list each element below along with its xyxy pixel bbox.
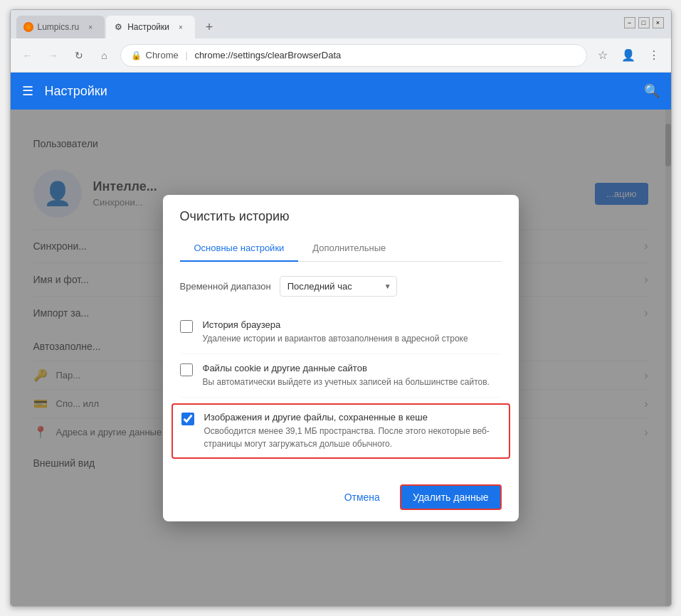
address-brand-text: Chrome (146, 50, 179, 60)
checkbox-cache-label[interactable]: Изображения и другие файлы, сохраненные … (204, 412, 500, 450)
checkbox-cache-input[interactable] (181, 413, 194, 425)
address-input-field[interactable]: 🔒 Chrome | chrome://settings/clearBrowse… (120, 44, 587, 67)
dialog-footer: Отмена Удалить данные (163, 473, 519, 521)
close-button[interactable]: × (653, 17, 664, 28)
minimize-button[interactable]: − (624, 17, 635, 28)
maximize-button[interactable]: □ (638, 17, 650, 28)
tab-settings-close[interactable]: × (175, 21, 186, 33)
lock-icon: 🔒 (131, 51, 142, 60)
profile-button[interactable]: 👤 (618, 46, 638, 65)
main-content: Пользователи 👤 Интелле... Синхрони... ..… (11, 110, 671, 606)
back-button[interactable]: ← (18, 46, 38, 65)
time-range-label: Временной диапазон (180, 281, 271, 292)
clear-history-dialog: Очистить историю Основные настройки Допо… (163, 195, 519, 521)
header-title: Настройки (45, 84, 107, 99)
tab-settings[interactable]: ⚙ Настройки × (106, 16, 195, 38)
tab-advanced-settings[interactable]: Дополнительные (298, 235, 400, 262)
modal-overlay: Очистить историю Основные настройки Допо… (11, 110, 671, 606)
reload-button[interactable]: ↻ (69, 46, 89, 65)
new-tab-button[interactable]: + (199, 17, 219, 37)
checkbox-cookies: Файлы cookie и другие данные сайтов Вы а… (180, 354, 502, 398)
tab-basic-settings[interactable]: Основные настройки (180, 235, 299, 262)
browser-window: Lumpics.ru × ⚙ Настройки × + − □ × ← → ↻… (10, 9, 672, 607)
bookmark-button[interactable]: ☆ (593, 46, 613, 65)
checkbox-browser-history-desc: Удаление истории и вариантов автозаполне… (203, 332, 502, 345)
delete-button[interactable]: Удалить данные (400, 484, 502, 510)
checkbox-browser-history-input[interactable] (180, 320, 193, 333)
address-separator: | (185, 50, 187, 60)
tab-lumpics-close[interactable]: × (85, 21, 96, 33)
window-controls: − □ × (624, 17, 664, 28)
chrome-header: ☰ Настройки 🔍 (11, 73, 671, 110)
hamburger-menu[interactable]: ☰ (22, 83, 33, 99)
address-url-text: chrome://settings/clearBrowserData (194, 50, 341, 60)
dialog-title: Очистить историю (180, 209, 502, 224)
checkbox-cookies-title: Файлы cookie и другие данные сайтов (203, 363, 502, 373)
checkbox-browser-history: История браузера Удаление истории и вари… (180, 311, 502, 354)
checkbox-cache-desc: Освободится менее 39,1 МБ пространства. … (204, 425, 500, 450)
home-button[interactable]: ⌂ (95, 46, 115, 65)
checkbox-cookies-label[interactable]: Файлы cookie и другие данные сайтов Вы а… (203, 363, 502, 388)
tab-settings-label: Настройки (127, 22, 169, 32)
checkbox-browser-history-label[interactable]: История браузера Удаление истории и вари… (203, 319, 502, 345)
title-bar: Lumpics.ru × ⚙ Настройки × + − □ × (11, 10, 671, 38)
address-bar: ← → ↻ ⌂ 🔒 Chrome | chrome://settings/cle… (11, 38, 671, 73)
time-range-select[interactable]: Последний час Последние 24 часа Последни… (280, 276, 397, 297)
checkbox-browser-history-title: История браузера (203, 319, 502, 330)
menu-button[interactable]: ⋮ (644, 46, 664, 65)
checkbox-cache-title: Изображения и другие файлы, сохраненные … (204, 412, 500, 423)
tab-lumpics-label: Lumpics.ru (38, 22, 80, 32)
dialog-tabs: Основные настройки Дополнительные (180, 235, 502, 262)
address-brand: Chrome | chrome://settings/clearBrowserD… (146, 50, 342, 60)
time-range-row: Временной диапазон Последний час Последн… (180, 276, 502, 297)
favicon-lumpics (23, 22, 33, 32)
header-search-icon[interactable]: 🔍 (644, 83, 660, 99)
dialog-body: Временной диапазон Последний час Последн… (163, 262, 519, 473)
checkbox-cache: Изображения и другие файлы, сохраненные … (171, 403, 510, 459)
favicon-settings: ⚙ (113, 22, 123, 32)
tab-lumpics[interactable]: Lumpics.ru × (16, 16, 105, 38)
dialog-header: Очистить историю Основные настройки Допо… (163, 195, 519, 262)
checkbox-cookies-desc: Вы автоматически выйдете из учетных запи… (203, 376, 502, 388)
tabs-row: Lumpics.ru × ⚙ Настройки × + (16, 16, 220, 38)
forward-button[interactable]: → (43, 46, 63, 65)
checkbox-cookies-input[interactable] (180, 363, 193, 376)
cancel-button[interactable]: Отмена (333, 486, 391, 509)
time-range-select-wrapper: Последний час Последние 24 часа Последни… (280, 276, 397, 297)
